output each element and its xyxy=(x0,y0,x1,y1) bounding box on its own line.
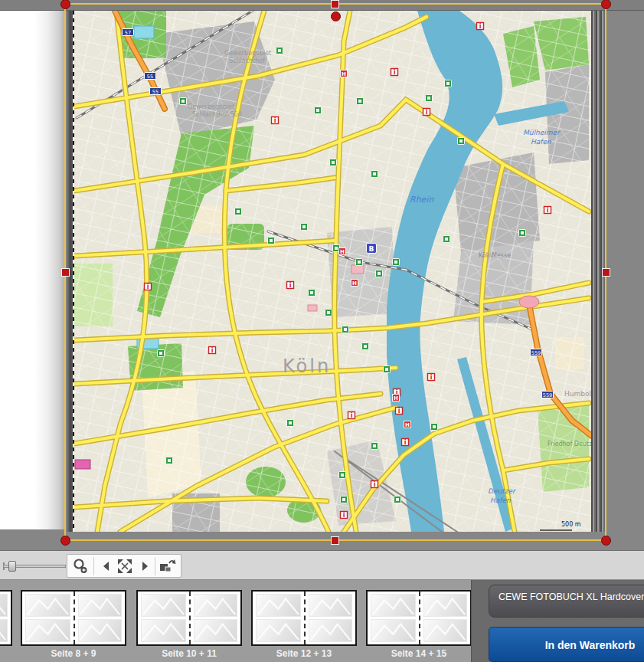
product-summary: CEWE FOTOBUCH XL Hardcover (26 S.) xyxy=(489,585,644,618)
placeholder-mountain-icon xyxy=(142,620,185,641)
svg-text:i: i xyxy=(547,207,549,214)
selection-handle-top-middle[interactable] xyxy=(331,0,339,8)
magnifier-plus-icon xyxy=(72,558,89,575)
zoom-slider-thumb[interactable] xyxy=(8,561,16,572)
placeholder-mountain-icon xyxy=(424,595,466,616)
svg-text:55: 55 xyxy=(147,74,153,80)
svg-text:i: i xyxy=(274,117,276,124)
photo-placeholder xyxy=(256,594,301,617)
expand-arrows-icon xyxy=(116,558,133,575)
svg-text:i: i xyxy=(289,282,292,289)
map-scale-text: 500 m xyxy=(561,521,581,528)
placeholder-mountain-icon xyxy=(257,595,300,616)
spread-page-right xyxy=(189,592,240,644)
toolbar-separator xyxy=(93,557,94,575)
photo-placeholder xyxy=(141,619,186,642)
next-page-button[interactable] xyxy=(135,556,155,576)
svg-text:559: 559 xyxy=(531,350,541,356)
spread-page-right xyxy=(304,592,355,644)
photo-placeholder xyxy=(25,619,70,642)
placeholder-mountain-icon xyxy=(0,620,7,641)
selection-handle-left-middle[interactable] xyxy=(61,268,70,277)
add-to-cart-button[interactable]: In den Warenkorb xyxy=(489,627,644,662)
canvas-top-margin xyxy=(0,0,644,11)
placeholder-mountain-icon xyxy=(79,620,121,641)
map-label-messe: KölnMesse xyxy=(479,252,511,259)
placeholder-mountain-icon xyxy=(257,620,300,641)
cologne-map-image: Köln Rhein Mülheimer Hafen Deutzer Hafen… xyxy=(74,11,591,532)
svg-text:H: H xyxy=(405,422,410,428)
placeholder-mountain-icon xyxy=(371,620,415,641)
photo-placeholder xyxy=(141,594,186,617)
filmstrip-spread[interactable] xyxy=(366,590,471,646)
spread-page-label: Seite 12 + 13 xyxy=(251,648,357,659)
placeholder-mountain-icon xyxy=(79,595,121,616)
svg-text:H: H xyxy=(340,249,345,255)
photo-placeholder xyxy=(0,619,8,642)
svg-text:H: H xyxy=(342,71,346,77)
filmstrip-spread[interactable] xyxy=(251,590,357,646)
svg-text:i: i xyxy=(147,283,149,290)
photo-placeholder xyxy=(309,594,352,617)
arrow-right-icon xyxy=(139,561,150,572)
filmstrip-spread[interactable] xyxy=(21,590,126,646)
change-layout-button[interactable] xyxy=(158,556,178,576)
svg-text:55: 55 xyxy=(152,89,159,95)
map-label-industrial1: Gewerbegebiet xyxy=(224,50,271,57)
map-label-cemetery: Friedhof Deutz xyxy=(548,441,591,447)
zoom-in-button[interactable] xyxy=(70,556,90,576)
selection-handle-bottom-middle[interactable] xyxy=(331,536,339,545)
map-label-harbor-se: Deutzer xyxy=(488,487,516,495)
filmstrip-spread-partial[interactable] xyxy=(0,590,12,646)
photo-placeholder xyxy=(25,594,70,617)
selection-handle-right-middle[interactable] xyxy=(602,268,610,277)
selection-handle-bottom-left[interactable] xyxy=(60,536,70,546)
map-photo-page[interactable]: Köln Rhein Mülheimer Hafen Deutzer Hafen… xyxy=(74,11,591,532)
photo-placeholder xyxy=(371,594,416,617)
svg-text:i: i xyxy=(343,512,345,519)
photo-placeholder xyxy=(423,619,467,642)
svg-text:H: H xyxy=(352,280,357,287)
photo-placeholder xyxy=(194,619,237,642)
spread-page-right xyxy=(74,592,125,644)
filmstrip-spread[interactable] xyxy=(136,590,242,646)
station-badge: B xyxy=(367,244,377,254)
map-label-industrial1b: Schlachthof xyxy=(229,57,265,64)
photo-placeholder xyxy=(78,619,122,642)
map-label-river: Rhein xyxy=(410,195,434,205)
page-filmstrip: Seite 8 + 9Seite 10 + 11Seite 12 + 13Sei… xyxy=(0,580,471,662)
svg-text:B: B xyxy=(369,245,374,253)
svg-text:559: 559 xyxy=(543,392,552,398)
photo-placeholder xyxy=(371,619,416,642)
arrow-left-icon xyxy=(101,561,112,572)
svg-text:i: i xyxy=(398,408,400,415)
placeholder-mountain-icon xyxy=(26,595,70,616)
svg-text:i: i xyxy=(430,374,433,381)
map-label-harbor-ne2: Hafen xyxy=(531,138,551,146)
placeholder-mountain-icon xyxy=(195,595,237,616)
placeholder-mountain-icon xyxy=(26,620,70,641)
left-page-blank[interactable] xyxy=(0,11,66,529)
photo-placeholder xyxy=(194,594,237,617)
fit-to-window-button[interactable] xyxy=(115,556,135,576)
svg-text:i: i xyxy=(351,412,353,419)
page-spine-marker xyxy=(73,11,74,532)
svg-text:57: 57 xyxy=(125,30,131,36)
layout-rotate-icon xyxy=(159,558,177,575)
spread-page-label: Seite 8 + 9 xyxy=(21,648,126,659)
placeholder-mountain-icon xyxy=(309,620,351,641)
svg-text:i: i xyxy=(394,69,396,76)
svg-text:i: i xyxy=(404,439,407,446)
photo-handle-top-center[interactable] xyxy=(331,11,341,21)
photo-placeholder xyxy=(78,594,122,617)
map-label-harbor-ne: Mülheimer xyxy=(523,129,561,136)
selection-handle-bottom-right[interactable] xyxy=(601,536,611,546)
previous-page-button[interactable] xyxy=(96,556,116,576)
zoom-slider[interactable] xyxy=(3,560,67,572)
spread-page-left xyxy=(138,592,189,644)
placeholder-mountain-icon xyxy=(195,620,237,641)
spread-page-left xyxy=(253,592,304,644)
map-label-industrial2b: Schlachthof-Süd xyxy=(192,111,242,118)
photo-placeholder xyxy=(0,594,8,617)
map-label-harbor-se2: Hafen xyxy=(490,496,511,504)
